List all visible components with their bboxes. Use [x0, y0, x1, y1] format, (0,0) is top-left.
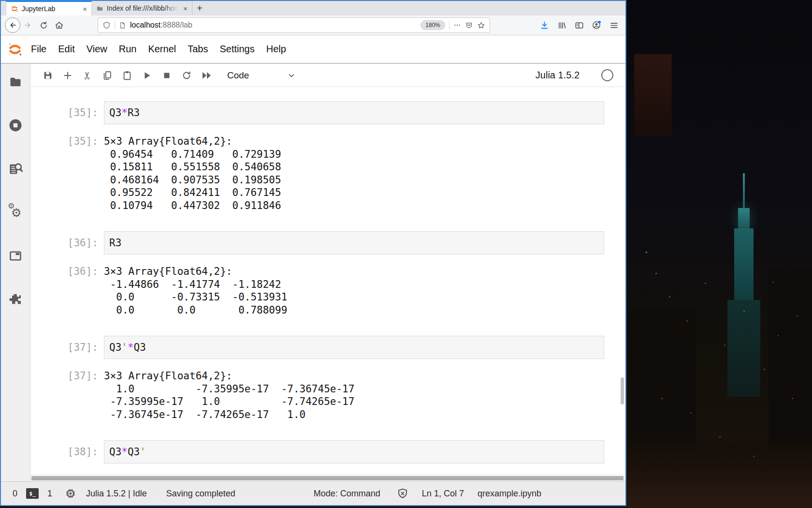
run-cell-button[interactable] — [141, 70, 153, 81]
property-inspector-icon[interactable]: ⚙ ⚙ — [8, 205, 23, 220]
sidebars-button[interactable] — [571, 17, 587, 33]
menu-kernel[interactable]: Kernel — [142, 44, 182, 55]
code-editor[interactable]: Q3*Q3' — [104, 440, 604, 463]
input-prompt: [37]: — [30, 336, 104, 359]
kernel-chip-icon[interactable] — [65, 488, 76, 499]
paste-icon — [122, 70, 132, 81]
menu-help[interactable]: Help — [261, 44, 292, 55]
cell-type-dropdown[interactable]: Code — [227, 70, 296, 81]
menu-run[interactable]: Run — [113, 44, 143, 55]
output-prompt: [36]: — [30, 265, 104, 316]
command-palette-icon[interactable] — [8, 162, 23, 176]
browser-navbar: localhost:8888/lab 180% — [1, 15, 625, 35]
save-status-text: Saving completed — [166, 489, 235, 499]
jupyterlab-statusbar: 0 $_ 1 Julia 1.5.2 | Idle Saving complet… — [1, 481, 625, 505]
page-actions-icon[interactable] — [453, 21, 461, 29]
chevron-down-icon — [287, 71, 296, 80]
reload-button[interactable] — [36, 17, 51, 33]
url-bar[interactable]: localhost:8888/lab 180% — [98, 17, 490, 33]
downloads-button[interactable] — [536, 17, 552, 33]
interrupt-kernel-button[interactable] — [161, 70, 173, 81]
running-sessions-icon[interactable] — [8, 118, 23, 133]
sidebar-panel-icon — [575, 21, 584, 30]
tab-close-icon[interactable]: × — [83, 5, 87, 13]
bookmark-star-icon[interactable] — [477, 21, 485, 30]
page-favicon-icon — [96, 5, 103, 12]
forward-icon — [24, 21, 32, 30]
zoom-level-badge[interactable]: 180% — [420, 20, 445, 30]
code-cell-input: [37]: Q3'*Q3 — [30, 336, 625, 359]
copy-icon — [102, 70, 113, 81]
input-prompt: [36]: — [30, 231, 104, 254]
back-button[interactable] — [5, 17, 20, 33]
menu-settings[interactable]: Settings — [214, 44, 260, 55]
menu-file[interactable]: File — [25, 44, 52, 55]
divider — [449, 21, 450, 30]
library-button[interactable] — [554, 17, 569, 33]
kernel-status-text[interactable]: Julia 1.5.2 | Idle — [86, 489, 147, 499]
new-tab-button[interactable]: + — [192, 1, 207, 15]
navbar-right-icons — [536, 17, 622, 33]
kernel-name[interactable]: Julia 1.5.2 — [536, 70, 580, 81]
cursor-position[interactable]: Ln 1, Col 7 — [422, 489, 464, 499]
tracking-shield-icon[interactable] — [102, 21, 111, 30]
output-prompt: [37]: — [30, 370, 104, 421]
output-text: 5×3 Array{Float64,2}: 0.96454 0.71409 0.… — [104, 135, 281, 212]
url-text[interactable]: localhost:8888/lab — [130, 21, 417, 30]
wallpaper-tower — [734, 228, 754, 301]
tab-title: Index of file:///x/libb/hom — [107, 4, 180, 12]
kernel-status-icon[interactable] — [601, 69, 613, 81]
terminal-icon[interactable]: $_ — [26, 488, 39, 499]
code-cell-output: [35]: 5×3 Array{Float64,2}: 0.96454 0.71… — [30, 135, 625, 212]
browser-tab-strip: JupyterLab × Index of file:///x/libb/hom… — [1, 1, 625, 15]
menu-button[interactable] — [606, 17, 622, 33]
workarea: ⚙ ⚙ — [1, 64, 625, 481]
notebook-scroll-area[interactable]: [35]: Q3*R3 [35]: 5×3 Array{Float64,2}: … — [30, 87, 625, 475]
menu-view[interactable]: View — [81, 44, 113, 55]
paste-cells-button[interactable] — [121, 70, 133, 81]
cut-cells-button[interactable]: ✂ — [82, 70, 93, 81]
command-mode-text[interactable]: Mode: Command — [314, 489, 380, 499]
horizontal-scrollbar[interactable] — [30, 475, 625, 481]
output-prompt: [35]: — [30, 135, 104, 212]
home-button[interactable] — [51, 17, 67, 33]
vertical-scrollbar-thumb[interactable] — [621, 377, 624, 404]
extension-manager-icon[interactable] — [8, 292, 23, 307]
cell-type-value: Code — [227, 70, 249, 81]
browser-tab-file-index[interactable]: Index of file:///x/libb/hom × — [92, 1, 192, 15]
run-all-button[interactable] — [201, 70, 212, 81]
jupyterlab-page: File Edit View Run Kernel Tabs Settings … — [1, 35, 625, 505]
browser-tab-jupyterlab[interactable]: JupyterLab × — [6, 1, 92, 15]
restart-kernel-button[interactable] — [181, 70, 192, 81]
wallpaper-building — [634, 54, 672, 136]
menu-tabs[interactable]: Tabs — [182, 44, 214, 55]
pocket-icon[interactable] — [465, 21, 473, 30]
restart-icon — [181, 70, 192, 81]
add-cell-button[interactable] — [62, 70, 73, 81]
page-info-icon[interactable] — [119, 22, 126, 29]
code-editor[interactable]: Q3*R3 — [104, 101, 604, 124]
notebook-toolbar: ✂ — [30, 64, 625, 87]
forward-button[interactable] — [20, 17, 36, 33]
trust-shield-icon[interactable] — [397, 488, 408, 499]
open-tabs-icon[interactable] — [8, 249, 23, 263]
activity-bar: ⚙ ⚙ — [1, 64, 30, 481]
wallpaper-skyline — [627, 435, 812, 508]
tab-close-icon[interactable]: × — [183, 5, 188, 12]
item-count[interactable]: 0 — [13, 489, 17, 499]
save-button[interactable] — [42, 70, 54, 81]
tab-title: JupyterLab — [22, 5, 79, 13]
code-editor[interactable]: R3 — [104, 231, 604, 254]
menu-edit[interactable]: Edit — [52, 44, 80, 55]
terminal-count[interactable]: 1 — [47, 489, 52, 499]
code-editor[interactable]: Q3'*Q3 — [104, 336, 604, 359]
copy-cells-button[interactable] — [102, 70, 113, 81]
wallpaper-tower-lit — [738, 208, 750, 229]
back-icon — [5, 17, 20, 33]
horizontal-scrollbar-thumb[interactable] — [31, 476, 624, 480]
code-cell-output: [37]: 3×3 Array{Float64,2}: 1.0 -7.35995… — [30, 370, 625, 421]
file-browser-icon[interactable] — [8, 75, 23, 89]
code-cell-input: [36]: R3 — [30, 231, 625, 254]
plus-icon — [62, 70, 73, 81]
account-button[interactable] — [589, 17, 604, 33]
